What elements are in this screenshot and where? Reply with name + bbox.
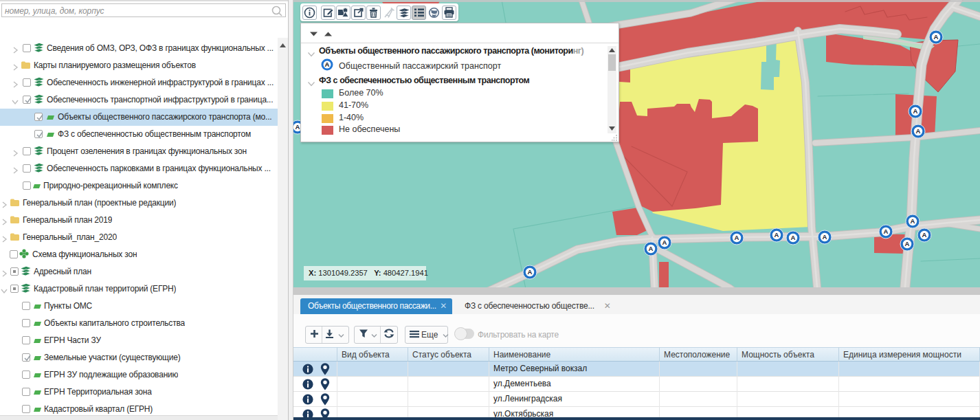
svg-text:A: A: [905, 240, 910, 247]
svg-text:A: A: [296, 123, 300, 131]
svg-text:A: A: [325, 60, 330, 68]
svg-text:A: A: [735, 234, 739, 241]
svg-text:A: A: [911, 217, 915, 225]
svg-text:A: A: [922, 231, 927, 239]
svg-text:A: A: [791, 234, 796, 241]
svg-text:A: A: [913, 107, 918, 115]
svg-text:A: A: [884, 228, 889, 235]
svg-text:A: A: [823, 233, 827, 241]
svg-text:A: A: [528, 268, 533, 276]
svg-text:A: A: [775, 231, 779, 239]
svg-text:A: A: [662, 239, 667, 246]
svg-text:A: A: [916, 127, 921, 135]
svg-text:A: A: [649, 245, 654, 252]
svg-text:A: A: [934, 33, 939, 41]
